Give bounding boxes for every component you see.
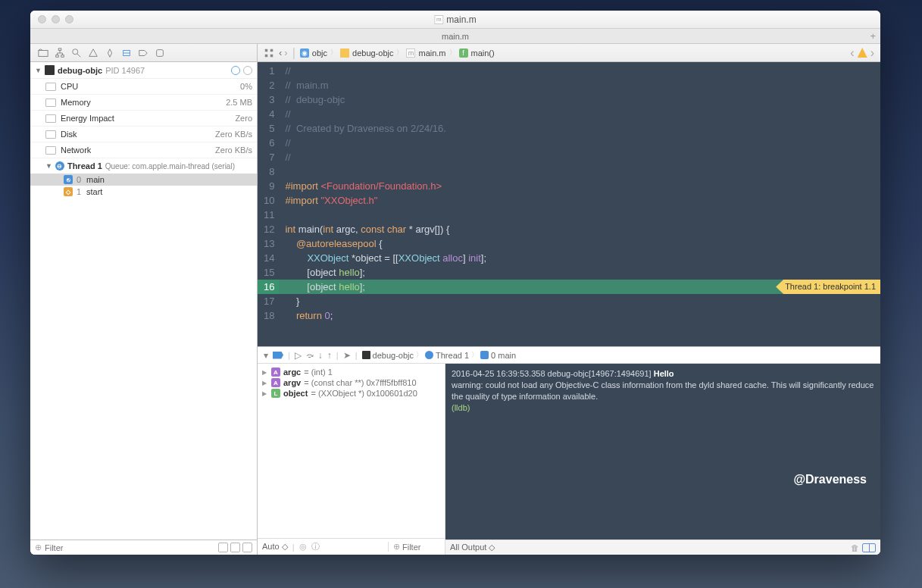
line-number[interactable]: 13 bbox=[264, 236, 274, 251]
bc-file[interactable]: main.m bbox=[418, 48, 445, 58]
quicklook-icon[interactable]: ◎ bbox=[299, 542, 307, 552]
code-line[interactable]: #import <Foundation/Foundation.h> bbox=[285, 179, 874, 193]
variables-filter-input[interactable] bbox=[402, 543, 440, 552]
breakpoint-nav-icon[interactable] bbox=[138, 48, 148, 58]
code-line[interactable] bbox=[285, 208, 874, 222]
trash-icon[interactable]: 🗑 bbox=[851, 543, 859, 552]
tab-main[interactable]: main.m bbox=[442, 32, 469, 41]
warning-icon[interactable] bbox=[88, 48, 98, 58]
thread-row[interactable]: ▼ ⊖ Thread 1 Queue: com.apple.main-threa… bbox=[30, 158, 257, 174]
variable-row[interactable]: ▶Aargv = (const char **) 0x7fff5fbff810 bbox=[262, 377, 440, 388]
location-icon[interactable]: ➤ bbox=[343, 350, 351, 361]
next-issue-button[interactable]: › bbox=[870, 46, 874, 60]
debug-nav-icon[interactable] bbox=[121, 48, 132, 58]
minimize-icon[interactable] bbox=[52, 15, 60, 23]
jump-bar[interactable]: ◉ objc 〉 debug-objc 〉 m main.m 〉 f main(… bbox=[300, 48, 495, 58]
code-line[interactable]: #import "XXObject.h" bbox=[285, 193, 874, 208]
code-line[interactable]: // bbox=[285, 64, 874, 78]
line-number[interactable]: 4 bbox=[264, 107, 274, 121]
disclosure-triangle-icon[interactable]: ▶ bbox=[262, 380, 268, 386]
vars-mode-selector[interactable]: Auto ◇ bbox=[262, 542, 288, 552]
debug-frame[interactable]: 0 main bbox=[491, 351, 516, 360]
breakpoints-toggle-icon[interactable] bbox=[273, 352, 283, 359]
code-line[interactable]: [object hello]; bbox=[285, 265, 874, 280]
gauge-row[interactable]: Energy ImpactZero bbox=[30, 111, 257, 127]
hierarchy-icon[interactable] bbox=[55, 48, 65, 58]
code-line[interactable]: return 0; bbox=[285, 308, 874, 323]
disclosure-triangle-icon[interactable]: ▶ bbox=[262, 369, 268, 376]
disclosure-triangle-icon[interactable]: ▶ bbox=[262, 390, 268, 397]
maximize-icon[interactable] bbox=[65, 15, 73, 23]
disclosure-triangle-icon[interactable]: ▼ bbox=[35, 67, 42, 74]
line-number[interactable]: 7 bbox=[264, 150, 274, 164]
print-desc-icon[interactable]: ⓘ bbox=[311, 541, 320, 552]
line-number[interactable]: 11 bbox=[264, 208, 274, 222]
line-number[interactable]: 2 bbox=[264, 78, 274, 92]
new-tab-button[interactable]: + bbox=[870, 30, 876, 42]
line-gutter[interactable]: 123456789101112131415161718 bbox=[258, 62, 279, 346]
related-items-icon[interactable] bbox=[264, 48, 274, 58]
line-number[interactable]: 6 bbox=[264, 136, 274, 150]
code-line[interactable]: } bbox=[285, 294, 874, 308]
line-number[interactable]: 18 bbox=[264, 308, 274, 323]
continue-button[interactable]: ▷ bbox=[295, 350, 302, 361]
log-icon[interactable] bbox=[155, 48, 165, 58]
code-line[interactable]: // debug-objc bbox=[285, 92, 874, 107]
folder-icon[interactable] bbox=[38, 48, 48, 58]
pane-toggle-icon[interactable] bbox=[862, 543, 876, 552]
bc-folder[interactable]: debug-objc bbox=[352, 48, 393, 58]
code-line[interactable]: // bbox=[285, 136, 874, 150]
line-number[interactable]: 16 bbox=[258, 280, 279, 294]
line-number[interactable]: 10 bbox=[264, 193, 274, 208]
stack-frame[interactable]: ◇1start bbox=[30, 186, 257, 198]
code-line[interactable]: // main.m bbox=[285, 78, 874, 92]
gauge-row[interactable]: CPU0% bbox=[30, 79, 257, 95]
line-number[interactable]: 3 bbox=[264, 92, 274, 107]
code-line[interactable]: @autoreleasepool { bbox=[285, 236, 874, 251]
code-content[interactable]: //// main.m// debug-objc//// Created by … bbox=[279, 62, 880, 346]
line-number[interactable]: 12 bbox=[264, 222, 274, 236]
gauge-row[interactable]: NetworkZero KB/s bbox=[30, 142, 257, 158]
filter-icon[interactable]: ⊕ bbox=[35, 543, 42, 552]
debug-thread[interactable]: Thread 1 bbox=[436, 351, 469, 360]
gauge-row[interactable]: DiskZero KB/s bbox=[30, 127, 257, 142]
gauge-row[interactable]: Memory2.5 MB bbox=[30, 95, 257, 111]
gauge-info-icon[interactable] bbox=[243, 66, 252, 75]
variable-row[interactable]: ▶Aargc = (int) 1 bbox=[262, 367, 440, 377]
code-line[interactable]: // bbox=[285, 150, 874, 164]
traffic-lights[interactable] bbox=[38, 15, 73, 23]
gauge-record-icon[interactable] bbox=[231, 66, 240, 75]
tab-bar[interactable]: main.m + bbox=[30, 29, 880, 44]
console-mode-selector[interactable]: All Output ◇ bbox=[450, 543, 495, 552]
navigator-filter-input[interactable] bbox=[45, 543, 215, 552]
window-titlebar[interactable]: m main.m bbox=[30, 11, 880, 29]
console-output[interactable]: 2016-04-25 16:39:53.358 debug-objc[14967… bbox=[445, 364, 880, 540]
step-over-button[interactable]: ⤼ bbox=[306, 350, 314, 361]
debug-target[interactable]: debug-objc bbox=[373, 351, 414, 360]
line-number[interactable]: 9 bbox=[264, 179, 274, 193]
code-line[interactable]: [object hello];Thread 1: breakpoint 1.1 bbox=[279, 280, 880, 294]
line-number[interactable]: 1 bbox=[264, 64, 274, 78]
line-number[interactable]: 15 bbox=[264, 265, 274, 280]
breakpoint-flag[interactable]: Thread 1: breakpoint 1.1 bbox=[776, 280, 880, 294]
bc-project[interactable]: objc bbox=[312, 48, 327, 58]
line-number[interactable]: 14 bbox=[264, 251, 274, 265]
filter-icon[interactable]: ⊕ bbox=[393, 542, 400, 552]
close-icon[interactable] bbox=[38, 15, 46, 23]
line-number[interactable]: 5 bbox=[264, 121, 274, 136]
filter-opt1-icon[interactable] bbox=[218, 543, 228, 552]
nav-back-button[interactable]: ‹ bbox=[279, 47, 282, 58]
code-line[interactable]: // bbox=[285, 107, 874, 121]
line-number[interactable]: 17 bbox=[264, 294, 274, 308]
warning-indicator-icon[interactable] bbox=[858, 48, 867, 58]
variables-list[interactable]: ▶Aargc = (int) 1▶Aargv = (const char **)… bbox=[258, 364, 445, 538]
code-line[interactable]: // Created by Draveness on 2/24/16. bbox=[285, 121, 874, 136]
nav-forward-button[interactable]: › bbox=[284, 47, 287, 58]
code-line[interactable]: int main(int argc, const char * argv[]) … bbox=[285, 222, 874, 236]
lldb-prompt[interactable]: (lldb) bbox=[452, 403, 470, 412]
code-line[interactable] bbox=[285, 164, 874, 179]
bc-symbol[interactable]: main() bbox=[471, 48, 495, 58]
hide-debug-icon[interactable]: ▾ bbox=[264, 350, 268, 361]
process-header[interactable]: ▼ debug-objc PID 14967 bbox=[30, 62, 257, 79]
stack-frame[interactable]: ⎋0main bbox=[30, 174, 257, 186]
